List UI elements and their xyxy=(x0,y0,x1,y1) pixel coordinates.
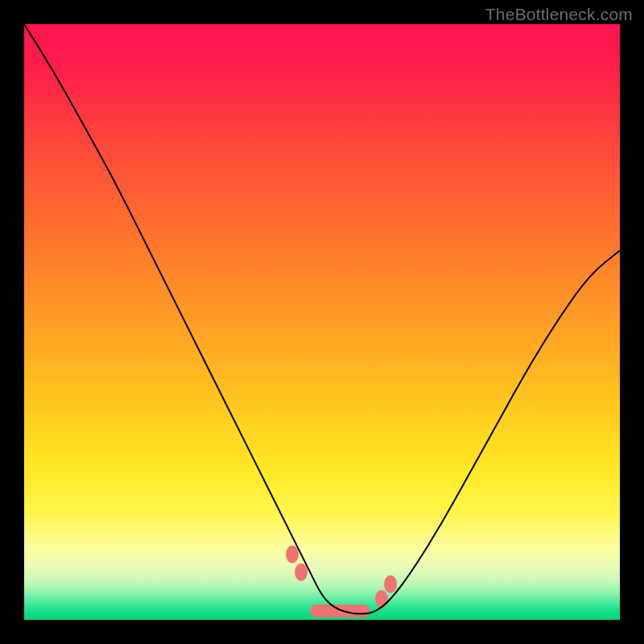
chart-frame: TheBottleneck.com xyxy=(0,0,644,644)
marker-dot xyxy=(286,546,299,564)
watermark-text: TheBottleneck.com xyxy=(485,5,633,24)
plot-area xyxy=(24,24,620,620)
marker-segment xyxy=(310,605,369,617)
curve-layer xyxy=(24,24,620,620)
bottleneck-curve xyxy=(24,24,620,614)
marker-dot xyxy=(375,590,388,608)
marker-dot xyxy=(384,576,397,593)
marker-dot xyxy=(295,564,308,581)
